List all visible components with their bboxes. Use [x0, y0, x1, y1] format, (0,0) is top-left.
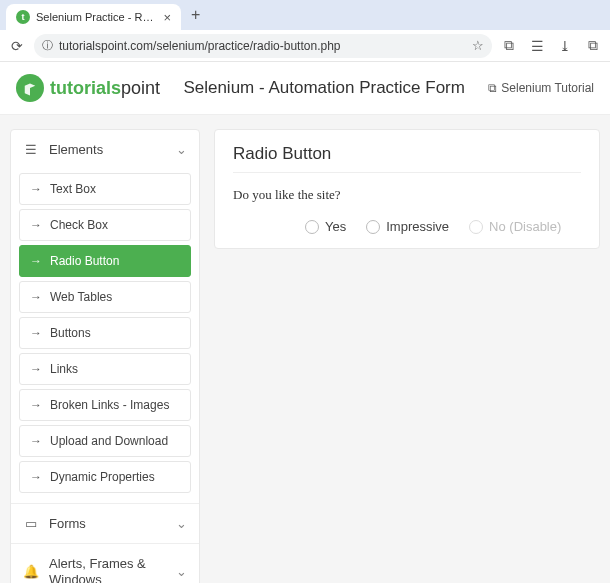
favicon-icon: t	[16, 10, 30, 24]
form-icon: ▭	[23, 516, 39, 531]
radio-option-yes[interactable]: Yes	[305, 219, 346, 234]
browser-tab-strip: t Selenium Practice - Radio Bu × +	[0, 0, 610, 30]
sidebar-item-label: Buttons	[50, 326, 91, 340]
sidebar-item-dynamic-properties[interactable]: →Dynamic Properties	[19, 461, 191, 493]
main-layout: ☰ Elements ⌄ →Text Box →Check Box →Radio…	[0, 115, 610, 583]
logo-text: tutorialspoint	[50, 78, 160, 99]
content-heading: Radio Button	[233, 144, 581, 173]
sidebar: ☰ Elements ⌄ →Text Box →Check Box →Radio…	[10, 129, 200, 583]
arrow-right-icon: →	[30, 434, 42, 448]
arrow-right-icon: →	[30, 470, 42, 484]
chevron-down-icon: ⌄	[176, 564, 187, 579]
arrow-right-icon: →	[30, 362, 42, 376]
browser-toolbar: ⟳ ⓘ tutorialspoint.com/selenium/practice…	[0, 30, 610, 62]
download-icon[interactable]: ⤓	[556, 37, 574, 54]
question-text: Do you like the site?	[233, 187, 581, 203]
arrow-right-icon: →	[30, 218, 42, 232]
selenium-tutorial-link[interactable]: ⧉ Selenium Tutorial	[488, 81, 594, 95]
radio-group: Yes Impressive No (Disable)	[233, 219, 581, 234]
radio-icon	[305, 220, 319, 234]
arrow-right-icon: →	[30, 182, 42, 196]
url-text: tutorialspoint.com/selenium/practice/rad…	[59, 39, 466, 53]
menu-icon: ☰	[23, 142, 39, 157]
sidebar-item-label: Text Box	[50, 182, 96, 196]
radio-label: No (Disable)	[489, 219, 561, 234]
bell-icon: 🔔	[23, 564, 39, 579]
sidebar-item-label: Broken Links - Images	[50, 398, 169, 412]
sidebar-item-label: Radio Button	[50, 254, 119, 268]
sidebar-header-label: Alerts, Frames & Windows	[49, 556, 166, 583]
sidebar-header-elements[interactable]: ☰ Elements ⌄	[11, 130, 199, 169]
reload-icon[interactable]: ⟳	[8, 37, 26, 55]
sidebar-item-label: Dynamic Properties	[50, 470, 155, 484]
toolbar-icons: ⧉ ☰ ⤓ ⧉	[500, 37, 602, 54]
sidebar-header-alerts[interactable]: 🔔 Alerts, Frames & Windows ⌄	[11, 544, 199, 583]
sidebar-item-links[interactable]: →Links	[19, 353, 191, 385]
logo[interactable]: tutorialspoint	[16, 74, 160, 102]
sidebar-item-web-tables[interactable]: →Web Tables	[19, 281, 191, 313]
sidebar-item-label: Web Tables	[50, 290, 112, 304]
sidebar-header-forms[interactable]: ▭ Forms ⌄	[11, 504, 199, 543]
sidebar-item-upload-download[interactable]: →Upload and Download	[19, 425, 191, 457]
chevron-down-icon: ⌄	[176, 516, 187, 531]
sidebar-group-elements: ☰ Elements ⌄ →Text Box →Check Box →Radio…	[11, 130, 199, 504]
new-tab-button[interactable]: +	[191, 6, 200, 24]
sidebar-item-label: Links	[50, 362, 78, 376]
arrow-right-icon: →	[30, 326, 42, 340]
radio-option-impressive[interactable]: Impressive	[366, 219, 449, 234]
radio-icon	[469, 220, 483, 234]
radio-icon	[366, 220, 380, 234]
site-info-icon[interactable]: ⓘ	[42, 38, 53, 53]
tutorial-link-label: Selenium Tutorial	[501, 81, 594, 95]
sidebar-item-check-box[interactable]: →Check Box	[19, 209, 191, 241]
tab-title: Selenium Practice - Radio Bu	[36, 11, 157, 23]
sidebar-item-label: Upload and Download	[50, 434, 168, 448]
sidebar-group-forms: ▭ Forms ⌄	[11, 504, 199, 544]
address-bar[interactable]: ⓘ tutorialspoint.com/selenium/practice/r…	[34, 34, 492, 58]
sidebar-item-buttons[interactable]: →Buttons	[19, 317, 191, 349]
external-link-icon: ⧉	[488, 81, 497, 95]
arrow-right-icon: →	[30, 398, 42, 412]
page-title: Selenium - Automation Practice Form	[183, 78, 465, 98]
chevron-down-icon: ⌄	[176, 142, 187, 157]
content-panel: Radio Button Do you like the site? Yes I…	[214, 129, 600, 249]
logo-icon	[16, 74, 44, 102]
arrow-right-icon: →	[30, 290, 42, 304]
arrow-right-icon: →	[30, 254, 42, 268]
copy-icon[interactable]: ⧉	[584, 37, 602, 54]
sidebar-header-label: Elements	[49, 142, 103, 157]
extensions-icon[interactable]: ⧉	[500, 37, 518, 54]
sidebar-header-label: Forms	[49, 516, 86, 531]
sidebar-item-broken-links[interactable]: →Broken Links - Images	[19, 389, 191, 421]
radio-label: Yes	[325, 219, 346, 234]
sidebar-items-elements: →Text Box →Check Box →Radio Button →Web …	[11, 169, 199, 503]
sidebar-item-radio-button[interactable]: →Radio Button	[19, 245, 191, 277]
radio-option-no-disabled: No (Disable)	[469, 219, 561, 234]
browser-tab[interactable]: t Selenium Practice - Radio Bu ×	[6, 4, 181, 30]
reader-icon[interactable]: ☰	[528, 37, 546, 54]
sidebar-item-text-box[interactable]: →Text Box	[19, 173, 191, 205]
close-icon[interactable]: ×	[163, 10, 171, 25]
site-header: tutorialspoint Selenium - Automation Pra…	[0, 62, 610, 115]
sidebar-group-alerts: 🔔 Alerts, Frames & Windows ⌄	[11, 544, 199, 583]
bookmark-icon[interactable]: ☆	[472, 38, 484, 53]
sidebar-item-label: Check Box	[50, 218, 108, 232]
radio-label: Impressive	[386, 219, 449, 234]
